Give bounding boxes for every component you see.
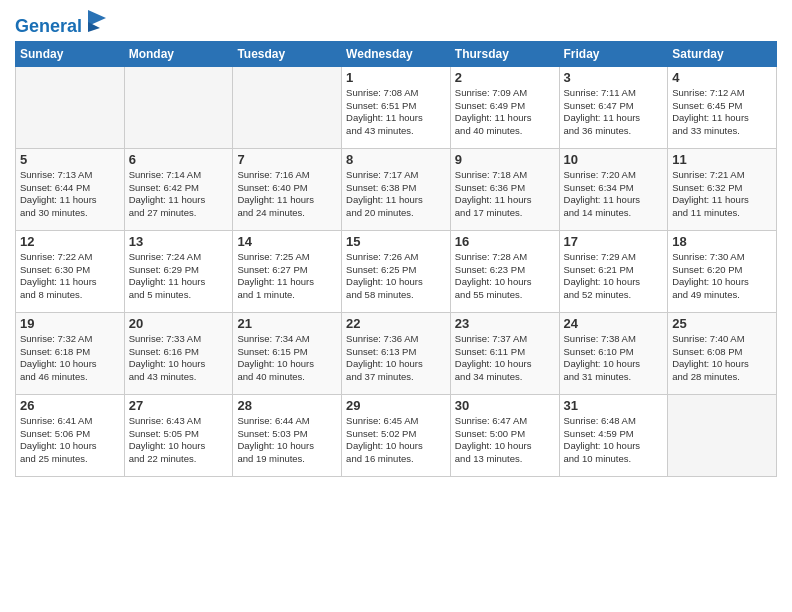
day-number: 9 (455, 152, 555, 167)
calendar-cell: 7Sunrise: 7:16 AM Sunset: 6:40 PM Daylig… (233, 148, 342, 230)
weekday-header-friday: Friday (559, 41, 668, 66)
day-number: 22 (346, 316, 446, 331)
calendar-cell: 21Sunrise: 7:34 AM Sunset: 6:15 PM Dayli… (233, 312, 342, 394)
calendar-cell: 16Sunrise: 7:28 AM Sunset: 6:23 PM Dayli… (450, 230, 559, 312)
calendar-cell: 23Sunrise: 7:37 AM Sunset: 6:11 PM Dayli… (450, 312, 559, 394)
day-info: Sunrise: 7:34 AM Sunset: 6:15 PM Dayligh… (237, 333, 337, 384)
day-info: Sunrise: 6:45 AM Sunset: 5:02 PM Dayligh… (346, 415, 446, 466)
calendar-cell: 12Sunrise: 7:22 AM Sunset: 6:30 PM Dayli… (16, 230, 125, 312)
week-row-2: 5Sunrise: 7:13 AM Sunset: 6:44 PM Daylig… (16, 148, 777, 230)
calendar-cell: 24Sunrise: 7:38 AM Sunset: 6:10 PM Dayli… (559, 312, 668, 394)
day-info: Sunrise: 7:26 AM Sunset: 6:25 PM Dayligh… (346, 251, 446, 302)
day-number: 5 (20, 152, 120, 167)
calendar: SundayMondayTuesdayWednesdayThursdayFrid… (15, 41, 777, 477)
day-number: 31 (564, 398, 664, 413)
calendar-cell: 8Sunrise: 7:17 AM Sunset: 6:38 PM Daylig… (342, 148, 451, 230)
day-number: 24 (564, 316, 664, 331)
day-info: Sunrise: 7:30 AM Sunset: 6:20 PM Dayligh… (672, 251, 772, 302)
day-info: Sunrise: 7:33 AM Sunset: 6:16 PM Dayligh… (129, 333, 229, 384)
day-number: 3 (564, 70, 664, 85)
calendar-cell: 2Sunrise: 7:09 AM Sunset: 6:49 PM Daylig… (450, 66, 559, 148)
day-number: 18 (672, 234, 772, 249)
day-info: Sunrise: 6:43 AM Sunset: 5:05 PM Dayligh… (129, 415, 229, 466)
week-row-5: 26Sunrise: 6:41 AM Sunset: 5:06 PM Dayli… (16, 394, 777, 476)
day-info: Sunrise: 7:18 AM Sunset: 6:36 PM Dayligh… (455, 169, 555, 220)
day-info: Sunrise: 7:32 AM Sunset: 6:18 PM Dayligh… (20, 333, 120, 384)
day-number: 1 (346, 70, 446, 85)
weekday-header-sunday: Sunday (16, 41, 125, 66)
day-number: 28 (237, 398, 337, 413)
day-number: 11 (672, 152, 772, 167)
calendar-cell: 22Sunrise: 7:36 AM Sunset: 6:13 PM Dayli… (342, 312, 451, 394)
calendar-cell: 20Sunrise: 7:33 AM Sunset: 6:16 PM Dayli… (124, 312, 233, 394)
week-row-3: 12Sunrise: 7:22 AM Sunset: 6:30 PM Dayli… (16, 230, 777, 312)
day-number: 29 (346, 398, 446, 413)
calendar-cell: 9Sunrise: 7:18 AM Sunset: 6:36 PM Daylig… (450, 148, 559, 230)
day-info: Sunrise: 7:37 AM Sunset: 6:11 PM Dayligh… (455, 333, 555, 384)
day-info: Sunrise: 7:09 AM Sunset: 6:49 PM Dayligh… (455, 87, 555, 138)
day-info: Sunrise: 7:25 AM Sunset: 6:27 PM Dayligh… (237, 251, 337, 302)
weekday-header-row: SundayMondayTuesdayWednesdayThursdayFrid… (16, 41, 777, 66)
logo: General (15, 10, 106, 33)
calendar-cell: 29Sunrise: 6:45 AM Sunset: 5:02 PM Dayli… (342, 394, 451, 476)
day-number: 19 (20, 316, 120, 331)
calendar-cell: 17Sunrise: 7:29 AM Sunset: 6:21 PM Dayli… (559, 230, 668, 312)
calendar-cell (16, 66, 125, 148)
calendar-cell (668, 394, 777, 476)
logo-icon (88, 10, 106, 32)
day-number: 25 (672, 316, 772, 331)
week-row-1: 1Sunrise: 7:08 AM Sunset: 6:51 PM Daylig… (16, 66, 777, 148)
day-info: Sunrise: 6:48 AM Sunset: 4:59 PM Dayligh… (564, 415, 664, 466)
calendar-cell: 31Sunrise: 6:48 AM Sunset: 4:59 PM Dayli… (559, 394, 668, 476)
day-number: 27 (129, 398, 229, 413)
calendar-cell: 11Sunrise: 7:21 AM Sunset: 6:32 PM Dayli… (668, 148, 777, 230)
day-number: 26 (20, 398, 120, 413)
day-info: Sunrise: 6:47 AM Sunset: 5:00 PM Dayligh… (455, 415, 555, 466)
day-info: Sunrise: 7:12 AM Sunset: 6:45 PM Dayligh… (672, 87, 772, 138)
day-number: 14 (237, 234, 337, 249)
logo-text: General (15, 10, 106, 37)
day-info: Sunrise: 7:17 AM Sunset: 6:38 PM Dayligh… (346, 169, 446, 220)
day-info: Sunrise: 7:22 AM Sunset: 6:30 PM Dayligh… (20, 251, 120, 302)
page: General SundayMondayTuesdayWednesdayThur… (0, 0, 792, 612)
day-number: 20 (129, 316, 229, 331)
day-info: Sunrise: 7:08 AM Sunset: 6:51 PM Dayligh… (346, 87, 446, 138)
day-number: 8 (346, 152, 446, 167)
day-info: Sunrise: 7:36 AM Sunset: 6:13 PM Dayligh… (346, 333, 446, 384)
week-row-4: 19Sunrise: 7:32 AM Sunset: 6:18 PM Dayli… (16, 312, 777, 394)
day-info: Sunrise: 7:14 AM Sunset: 6:42 PM Dayligh… (129, 169, 229, 220)
calendar-cell: 1Sunrise: 7:08 AM Sunset: 6:51 PM Daylig… (342, 66, 451, 148)
day-number: 17 (564, 234, 664, 249)
calendar-cell (124, 66, 233, 148)
day-number: 6 (129, 152, 229, 167)
day-info: Sunrise: 7:13 AM Sunset: 6:44 PM Dayligh… (20, 169, 120, 220)
calendar-cell: 28Sunrise: 6:44 AM Sunset: 5:03 PM Dayli… (233, 394, 342, 476)
weekday-header-saturday: Saturday (668, 41, 777, 66)
weekday-header-wednesday: Wednesday (342, 41, 451, 66)
calendar-cell: 25Sunrise: 7:40 AM Sunset: 6:08 PM Dayli… (668, 312, 777, 394)
svg-marker-1 (88, 22, 100, 32)
calendar-cell: 27Sunrise: 6:43 AM Sunset: 5:05 PM Dayli… (124, 394, 233, 476)
day-info: Sunrise: 6:44 AM Sunset: 5:03 PM Dayligh… (237, 415, 337, 466)
day-number: 2 (455, 70, 555, 85)
day-info: Sunrise: 7:11 AM Sunset: 6:47 PM Dayligh… (564, 87, 664, 138)
calendar-cell: 19Sunrise: 7:32 AM Sunset: 6:18 PM Dayli… (16, 312, 125, 394)
day-number: 13 (129, 234, 229, 249)
calendar-cell: 18Sunrise: 7:30 AM Sunset: 6:20 PM Dayli… (668, 230, 777, 312)
calendar-cell: 4Sunrise: 7:12 AM Sunset: 6:45 PM Daylig… (668, 66, 777, 148)
header: General (15, 10, 777, 33)
day-number: 16 (455, 234, 555, 249)
weekday-header-tuesday: Tuesday (233, 41, 342, 66)
day-number: 7 (237, 152, 337, 167)
day-info: Sunrise: 7:24 AM Sunset: 6:29 PM Dayligh… (129, 251, 229, 302)
calendar-cell: 15Sunrise: 7:26 AM Sunset: 6:25 PM Dayli… (342, 230, 451, 312)
day-number: 10 (564, 152, 664, 167)
day-info: Sunrise: 7:16 AM Sunset: 6:40 PM Dayligh… (237, 169, 337, 220)
day-number: 4 (672, 70, 772, 85)
weekday-header-thursday: Thursday (450, 41, 559, 66)
day-info: Sunrise: 6:41 AM Sunset: 5:06 PM Dayligh… (20, 415, 120, 466)
calendar-cell: 5Sunrise: 7:13 AM Sunset: 6:44 PM Daylig… (16, 148, 125, 230)
calendar-cell (233, 66, 342, 148)
calendar-cell: 30Sunrise: 6:47 AM Sunset: 5:00 PM Dayli… (450, 394, 559, 476)
day-info: Sunrise: 7:38 AM Sunset: 6:10 PM Dayligh… (564, 333, 664, 384)
